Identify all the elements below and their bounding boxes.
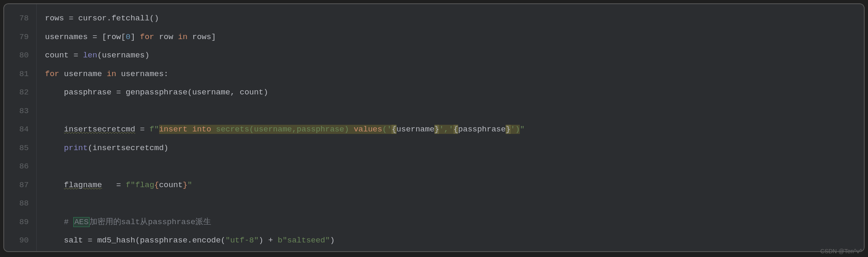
code-text: count): [240, 88, 268, 97]
comma: ,: [230, 88, 240, 97]
sql-insert: insert: [159, 125, 187, 134]
code-text: passphrase = genpassphrase(username: [45, 88, 230, 97]
code-line-80[interactable]: count = len(usernames): [45, 46, 864, 65]
line-number: 81: [9, 65, 29, 84]
keyword-in: in: [178, 32, 187, 42]
sql-values: values: [354, 125, 382, 134]
fstring-brace: }: [434, 125, 439, 134]
line-number: 90: [9, 231, 29, 250]
selection-aes: AES: [73, 217, 89, 227]
indent: [45, 217, 64, 227]
code-text: (usernames): [97, 51, 149, 60]
code-text: ): [330, 236, 334, 245]
var-insertsecretcmd: insertsecretcmd: [64, 125, 135, 134]
code-line-86[interactable]: [45, 157, 864, 176]
fstring-brace: }: [183, 180, 187, 190]
code-content[interactable]: rows = cursor.fetchall() usernames = [ro…: [37, 4, 864, 251]
code-text: ) +: [259, 236, 278, 245]
line-number: 89: [9, 213, 29, 232]
line-number: 79: [9, 28, 29, 47]
code-text: row: [154, 32, 178, 42]
keyword-for: for: [45, 69, 59, 79]
code-text: usernames:: [116, 69, 168, 79]
code-text: count =: [45, 51, 83, 60]
code-line-85[interactable]: print(insertsecretcmd): [45, 139, 864, 158]
code-line-81[interactable]: for username in usernames:: [45, 65, 864, 84]
indent: [45, 143, 64, 153]
string-close: ": [187, 180, 192, 190]
sql-text: (': [382, 125, 392, 134]
comma: ,: [292, 125, 297, 134]
code-line-78[interactable]: rows = cursor.fetchall(): [45, 9, 864, 28]
sql-text: '): [511, 125, 520, 134]
code-editor-frame: 78 79 80 81 82 83 84 85 86 87 88 89 90 r…: [3, 3, 865, 252]
indent: [45, 125, 64, 134]
keyword-in: in: [107, 69, 116, 79]
sql-text: ): [344, 125, 354, 134]
code-area[interactable]: 78 79 80 81 82 83 84 85 86 87 88 89 90 r…: [4, 4, 864, 251]
code-line-84[interactable]: insertsecretcmd = f"insert into secrets(…: [45, 120, 864, 139]
space: [102, 180, 116, 190]
number-literal: 0: [126, 32, 130, 42]
code-text: usernames = [row[: [45, 32, 126, 42]
line-number: 80: [9, 46, 29, 65]
line-number: 86: [9, 157, 29, 176]
builtin-len: len: [83, 51, 97, 60]
code-line-89[interactable]: # AES加密用的salt从passphrase派生: [45, 213, 864, 232]
line-number: 83: [9, 102, 29, 121]
line-number: 82: [9, 83, 29, 102]
code-line-88[interactable]: [45, 194, 864, 213]
space: [187, 125, 192, 134]
string-utf8: "utf-8": [225, 236, 259, 245]
fstring-brace: {: [454, 125, 458, 134]
sql-column: passphrase: [297, 125, 344, 134]
fstring-prefix: f": [150, 125, 159, 134]
line-number: 88: [9, 194, 29, 213]
fstring-prefix: f": [126, 180, 135, 190]
var-count: count: [159, 180, 183, 190]
code-text: rows]: [187, 32, 216, 42]
line-number: 78: [9, 9, 29, 28]
fstring-brace: {: [154, 180, 159, 190]
code-text: ]: [130, 32, 140, 42]
code-text: salt = md5_hash(passphrase.encode(: [45, 236, 225, 245]
fstring-brace: }: [506, 125, 510, 134]
builtin-print: print: [64, 143, 88, 153]
bytes-prefix: b: [278, 236, 282, 245]
code-line-90[interactable]: salt = md5_hash(passphrase.encode("utf-8…: [45, 231, 864, 250]
space: [211, 125, 216, 134]
comment-hash: #: [64, 217, 74, 227]
code-text: (insertsecretcmd): [88, 143, 169, 153]
sql-text: secrets(: [216, 125, 254, 134]
code-text: =: [116, 180, 126, 190]
keyword-for: for: [140, 32, 154, 42]
comment-text: 加密用的salt从passphrase派生: [90, 217, 212, 227]
string-text: flag: [135, 180, 155, 190]
line-number-gutter: 78 79 80 81 82 83 84 85 86 87 88 89 90: [4, 4, 37, 251]
line-number: 85: [9, 139, 29, 158]
code-line-79[interactable]: usernames = [row[0] for row in rows]: [45, 28, 864, 47]
code-text: username: [59, 69, 107, 79]
line-number: 87: [9, 176, 29, 195]
var-flagname: flagname: [64, 180, 102, 190]
sql-column: username: [254, 125, 292, 134]
string-close: ": [520, 125, 524, 134]
sql-into: into: [192, 125, 212, 134]
watermark-text: CSDN @Ten^v^: [821, 248, 862, 255]
code-line-83[interactable]: [45, 102, 864, 121]
var-passphrase: passphrase: [458, 125, 506, 134]
var-username: username: [397, 125, 434, 134]
code-text: rows = cursor.fetchall(): [45, 14, 159, 23]
fstring-brace: {: [392, 125, 396, 134]
indent: [45, 180, 64, 190]
sql-text: ',': [439, 125, 453, 134]
string-saltseed: "saltseed": [282, 236, 330, 245]
code-text: =: [135, 125, 150, 134]
code-line-82[interactable]: passphrase = genpassphrase(username, cou…: [45, 83, 864, 102]
line-number: 84: [9, 120, 29, 139]
code-line-87[interactable]: flagname = f"flag{count}": [45, 176, 864, 195]
